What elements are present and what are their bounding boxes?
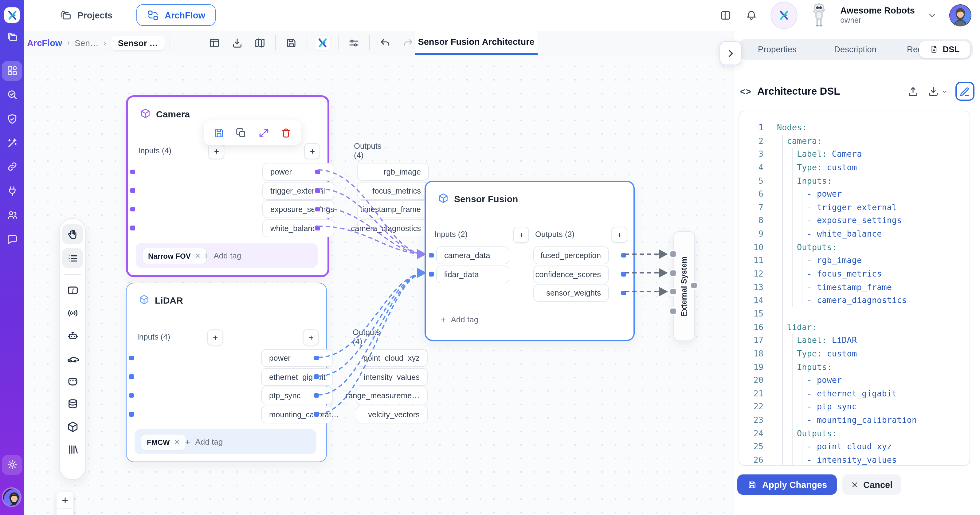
output-port[interactable] <box>622 291 626 295</box>
tab-description[interactable]: Description <box>816 45 894 54</box>
tab-dsl[interactable]: DSL <box>919 41 970 57</box>
export-button[interactable] <box>230 35 245 50</box>
chevron-down-icon[interactable] <box>927 9 937 22</box>
input-port[interactable] <box>129 375 134 379</box>
sidebar-item-folders[interactable] <box>0 26 24 47</box>
input-field[interactable]: ptp_sync <box>261 387 333 404</box>
output-field[interactable]: velcity_vectors <box>356 405 428 423</box>
ai-actions-button[interactable] <box>315 35 330 50</box>
output-port[interactable] <box>314 412 319 417</box>
output-field[interactable]: intensity_values <box>356 368 428 386</box>
node-fusion[interactable]: Sensor FusionInputs (2)Outputs (3)camera… <box>425 181 635 341</box>
sidebar-item-blocks[interactable] <box>0 60 24 81</box>
add-tag-button[interactable]: +Add tag <box>441 314 478 325</box>
apply-changes-button[interactable]: Apply Changes <box>737 474 837 495</box>
ai-assistant-button[interactable] <box>770 2 797 29</box>
add-tag-button[interactable]: +Add tag <box>204 250 241 261</box>
output-field[interactable]: focus_metrics <box>357 182 429 199</box>
output-port[interactable] <box>315 207 320 212</box>
add-input-button[interactable] <box>207 329 223 345</box>
node-expand-button[interactable] <box>256 125 272 141</box>
palette-tool-list[interactable] <box>62 248 83 268</box>
sidebar-item-chat[interactable] <box>0 229 24 250</box>
canvas-zoom-out-button[interactable] <box>57 509 73 515</box>
palette-tool-cube[interactable] <box>62 417 83 436</box>
external-input-port[interactable] <box>670 308 676 314</box>
redo-button[interactable] <box>401 35 415 50</box>
input-port[interactable] <box>129 393 134 398</box>
remove-tag-icon[interactable]: ✕ <box>195 252 200 260</box>
external-output-port[interactable] <box>691 282 697 288</box>
output-field[interactable]: fused_perception <box>533 246 609 264</box>
tab-properties[interactable]: Properties <box>738 45 816 54</box>
node-save-button[interactable] <box>211 125 227 141</box>
sidebar-item-magic-wand[interactable] <box>0 133 24 154</box>
dsl-code-editor[interactable]: 1Nodes:2 camera:3 Label: Camera4 Type: c… <box>738 111 970 466</box>
sidebar-avatar[interactable] <box>3 489 20 506</box>
input-field[interactable]: exposure_settings <box>262 200 334 218</box>
palette-tool-robot[interactable] <box>62 326 83 345</box>
palette-tool-vehicle[interactable] <box>62 349 83 368</box>
tag-pill[interactable]: Narrow FOV✕ <box>142 248 207 264</box>
breadcrumb-current[interactable]: Sensor … <box>111 35 165 50</box>
tab-diagram[interactable]: Sensor Fusion Architecture <box>415 31 538 55</box>
output-field[interactable]: camera_diagnostics <box>357 219 429 237</box>
add-output-button[interactable] <box>304 143 320 159</box>
input-port[interactable] <box>129 356 134 360</box>
palette-tool-database[interactable] <box>62 395 83 413</box>
node-delete-button[interactable] <box>278 125 294 141</box>
add-input-button[interactable] <box>513 227 529 243</box>
external-input-port[interactable] <box>670 251 676 257</box>
add-input-button[interactable] <box>208 143 224 159</box>
user-avatar[interactable] <box>949 4 971 26</box>
output-field[interactable]: point_cloud_xyz <box>356 349 428 367</box>
layout-panel-button[interactable] <box>207 35 222 50</box>
output-field[interactable]: timestamp_frame <box>357 200 429 218</box>
input-field[interactable]: white_balance <box>262 219 334 237</box>
output-port[interactable] <box>315 226 320 230</box>
output-port[interactable] <box>314 393 319 398</box>
input-field[interactable]: trigger_external <box>262 182 334 199</box>
output-port[interactable] <box>315 188 320 193</box>
tab-archflow[interactable]: ArchFlow <box>137 4 216 26</box>
nav-projects[interactable]: Projects <box>60 0 113 31</box>
cancel-button[interactable]: Cancel <box>842 474 901 495</box>
input-field[interactable]: camera_data <box>436 246 509 264</box>
sidebar-item-search-check[interactable] <box>0 84 24 105</box>
palette-tool-function[interactable]: f <box>62 281 83 299</box>
input-field[interactable]: ethernet_gigabit <box>261 368 333 386</box>
input-field[interactable]: power <box>262 163 334 181</box>
input-port[interactable] <box>429 253 434 258</box>
diagram-canvas[interactable]: CameraInputs (4)Outputs (4)powertrigger_… <box>24 55 733 515</box>
collapse-panel-button[interactable] <box>719 41 741 65</box>
node-lidar[interactable]: LiDARInputs (4)Outputs (4)powerethernet_… <box>126 283 327 462</box>
output-port[interactable] <box>622 272 626 277</box>
map-button[interactable] <box>253 35 267 50</box>
input-port[interactable] <box>130 170 135 174</box>
input-field[interactable]: mounting_calibrat… <box>261 405 333 423</box>
palette-tool-tray[interactable] <box>62 372 83 390</box>
palette-tool-hand[interactable] <box>62 224 83 244</box>
account-info[interactable]: Awesome Robots owner <box>840 6 915 25</box>
add-tag-button[interactable]: +Add tag <box>185 436 223 447</box>
breadcrumb-middle[interactable]: Sen… <box>75 38 99 48</box>
add-output-button[interactable] <box>611 227 627 243</box>
output-port[interactable] <box>314 356 319 360</box>
edit-dsl-button[interactable] <box>955 82 974 101</box>
output-port[interactable] <box>622 253 626 258</box>
input-field[interactable]: lidar_data <box>436 265 509 283</box>
sidebar-item-users[interactable] <box>0 205 24 226</box>
external-input-port[interactable] <box>670 289 676 294</box>
input-field[interactable]: power <box>261 349 333 367</box>
undo-button[interactable] <box>378 35 393 50</box>
tag-pill[interactable]: FMCW✕ <box>141 434 186 450</box>
canvas-zoom-in-button[interactable] <box>57 492 73 509</box>
settings-button[interactable] <box>347 35 361 50</box>
output-port[interactable] <box>314 375 319 379</box>
remove-tag-icon[interactable]: ✕ <box>174 438 180 446</box>
input-port[interactable] <box>130 207 135 212</box>
input-port[interactable] <box>130 188 135 193</box>
output-field[interactable]: sensor_weights <box>533 284 609 302</box>
input-port[interactable] <box>129 412 134 417</box>
output-port[interactable] <box>315 170 320 174</box>
